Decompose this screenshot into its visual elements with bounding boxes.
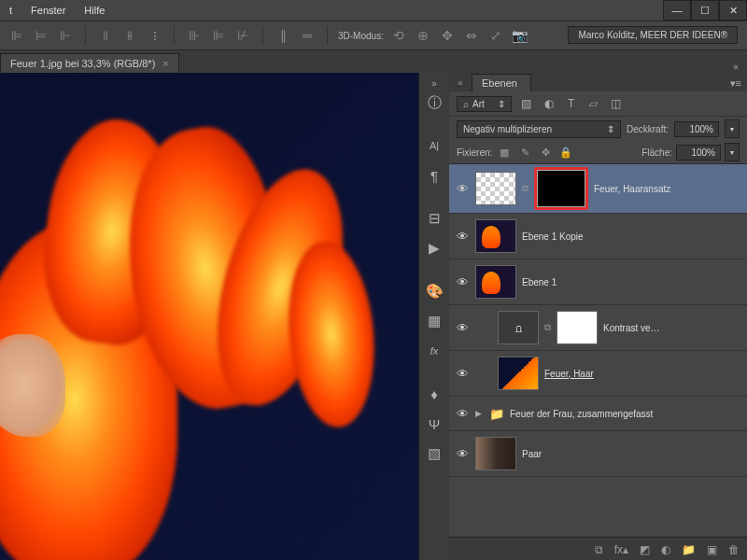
lock-transparency-icon[interactable]: ▩ xyxy=(496,145,513,160)
align-icon[interactable]: ⊩ xyxy=(56,26,75,45)
layers-panel-icon[interactable]: ▧ xyxy=(421,441,447,467)
layer-name[interactable]: Ebene 1 xyxy=(522,277,557,287)
spacing-icon[interactable]: ═ xyxy=(298,26,317,45)
layer-thumbnail[interactable] xyxy=(475,265,516,299)
fx-panel-icon[interactable]: fx xyxy=(421,338,447,364)
visibility-icon[interactable]: 👁 xyxy=(455,182,470,196)
layer-name[interactable]: Ebene 1 Kopie xyxy=(522,231,584,242)
layer-row[interactable]: 👁 Ebene 1 Kopie xyxy=(449,214,747,259)
visibility-icon[interactable]: 👁 xyxy=(455,447,470,461)
menu-bar: t Fenster Hilfe xyxy=(0,0,747,21)
visibility-icon[interactable]: 👁 xyxy=(455,407,470,421)
opacity-dropdown-icon[interactable]: ▾ xyxy=(725,119,740,138)
menu-truncated[interactable]: t xyxy=(9,5,12,16)
filter-image-icon[interactable]: ▨ xyxy=(519,97,534,110)
layer-row[interactable]: 👁 ⧉ Feuer, Haaransatz xyxy=(449,164,747,214)
info-panel-icon[interactable]: ⓘ xyxy=(421,90,447,116)
layer-filter-select[interactable]: ⌕Art⇕ xyxy=(457,96,512,112)
layers-tab[interactable]: Ebenen xyxy=(472,74,531,91)
layer-thumbnail[interactable] xyxy=(475,172,516,205)
3d-camera-icon[interactable]: 📷 xyxy=(511,26,529,45)
fill-value[interactable]: 100% xyxy=(676,145,721,161)
tabs-collapse-icon[interactable]: « xyxy=(728,60,743,73)
distribute-icon[interactable]: ⊫ xyxy=(209,26,228,45)
filter-adjustment-icon[interactable]: ◐ xyxy=(542,97,557,110)
character-panel-icon[interactable]: A| xyxy=(421,133,447,159)
group-expand-icon[interactable]: ▶ xyxy=(475,409,482,418)
add-adjustment-icon[interactable]: ◐ xyxy=(661,543,670,556)
styles-panel-icon[interactable]: ⊟ xyxy=(421,205,447,231)
layer-name[interactable]: Paar xyxy=(522,449,542,459)
panel-collapse-icon[interactable]: « xyxy=(449,76,472,89)
layer-mask-thumbnail[interactable] xyxy=(557,311,598,344)
3d-roll-icon[interactable]: ⊕ xyxy=(414,26,432,45)
adjustment-curves-icon[interactable]: ⩍ xyxy=(498,311,539,344)
layer-name[interactable]: Feuer der Frau, zusammengefasst xyxy=(510,409,653,419)
opacity-value[interactable]: 100% xyxy=(674,121,719,137)
distribute-icon[interactable]: ⫵ xyxy=(120,26,139,45)
layer-name[interactable]: Feuer, Haaransatz xyxy=(594,184,670,194)
navigator-panel-icon[interactable]: ♦ xyxy=(421,381,447,407)
distribute-icon[interactable]: ⊬ xyxy=(233,26,252,45)
3d-scale-icon[interactable]: ⤢ xyxy=(486,26,505,45)
menu-hilfe[interactable]: Hilfe xyxy=(84,5,105,16)
layer-row[interactable]: 👁 Feuer, Haar xyxy=(449,351,747,397)
blend-mode-select[interactable]: Negativ multiplizieren⇕ xyxy=(457,120,621,138)
new-group-icon[interactable]: 📁 xyxy=(682,543,696,556)
fill-dropdown-icon[interactable]: ▾ xyxy=(725,143,740,161)
filter-type-icon[interactable]: T xyxy=(564,97,579,110)
new-layer-icon[interactable]: ▣ xyxy=(707,543,717,556)
link-icon[interactable]: ⧉ xyxy=(522,183,529,194)
delete-layer-icon[interactable]: 🗑 xyxy=(728,543,740,556)
menu-fenster[interactable]: Fenster xyxy=(31,5,65,16)
layer-row[interactable]: 👁 Paar xyxy=(449,431,747,477)
add-mask-icon[interactable]: ◩ xyxy=(640,543,650,556)
align-icon[interactable]: ⊫ xyxy=(7,26,26,45)
panel-menu-icon[interactable]: ▾≡ xyxy=(725,76,747,91)
actions-panel-icon[interactable]: ▶ xyxy=(421,235,447,261)
canvas[interactable] xyxy=(0,73,418,560)
link-layers-icon[interactable]: ⧉ xyxy=(595,543,603,556)
layer-row[interactable]: 👁 Ebene 1 xyxy=(449,259,747,305)
layer-fx-icon[interactable]: fx▴ xyxy=(614,543,628,556)
link-icon[interactable]: ⧉ xyxy=(544,322,551,333)
distribute-icon[interactable]: ⫴ xyxy=(96,26,115,45)
layers-panel: « Ebenen ▾≡ ⌕Art⇕ ▨ ◐ T ▱ ◫ Negativ mult… xyxy=(449,73,747,560)
minimize-button[interactable]: — xyxy=(663,0,691,21)
3d-panel-icon[interactable]: Ψ xyxy=(421,411,447,437)
layer-thumbnail[interactable] xyxy=(498,357,539,390)
visibility-icon[interactable]: 👁 xyxy=(455,367,470,381)
window-controls: — ☐ ✕ xyxy=(663,0,747,21)
spacing-icon[interactable]: ‖ xyxy=(274,26,292,45)
tab-close-icon[interactable]: × xyxy=(162,58,168,69)
visibility-icon[interactable]: 👁 xyxy=(455,230,470,244)
document-tab[interactable]: Feuer 1.jpg bei 33,3% (RGB/8*) × xyxy=(0,53,179,73)
align-icon[interactable]: ⊨ xyxy=(32,26,50,45)
filter-smart-icon[interactable]: ◫ xyxy=(609,97,624,110)
layer-name[interactable]: Feuer, Haar xyxy=(544,369,594,379)
layer-row[interactable]: 👁 ⩍ ⧉ Kontrast ve… xyxy=(449,305,747,351)
visibility-icon[interactable]: 👁 xyxy=(455,275,470,289)
layer-mask-highlighted[interactable] xyxy=(534,167,588,210)
3d-pan-icon[interactable]: ✥ xyxy=(438,26,457,45)
distribute-icon[interactable]: ⫶ xyxy=(145,26,163,45)
lock-all-icon[interactable]: 🔒 xyxy=(557,145,574,160)
layer-group-row[interactable]: 👁 ▶ 📁 Feuer der Frau, zusammengefasst xyxy=(449,397,747,431)
layer-thumbnail[interactable] xyxy=(475,437,516,470)
maximize-button[interactable]: ☐ xyxy=(691,0,719,21)
paragraph-panel-icon[interactable]: ¶ xyxy=(421,162,447,189)
swatches-panel-icon[interactable]: ▦ xyxy=(421,308,447,334)
layer-thumbnail[interactable] xyxy=(475,219,516,253)
color-panel-icon[interactable]: 🎨 xyxy=(421,278,447,304)
3d-slide-icon[interactable]: ⇔ xyxy=(462,26,481,45)
visibility-icon[interactable]: 👁 xyxy=(455,321,470,335)
distribute-icon[interactable]: ⊪ xyxy=(185,26,204,45)
close-button[interactable]: ✕ xyxy=(719,0,747,21)
layer-name[interactable]: Kontrast ve… xyxy=(603,323,660,333)
document-tab-bar: Feuer 1.jpg bei 33,3% (RGB/8*) × « xyxy=(0,50,747,73)
filter-shape-icon[interactable]: ▱ xyxy=(586,97,601,110)
lock-position-icon[interactable]: ✥ xyxy=(537,145,554,160)
column-collapse-icon[interactable]: » xyxy=(427,77,442,90)
3d-orbit-icon[interactable]: ⟲ xyxy=(389,26,408,45)
lock-paint-icon[interactable]: ✎ xyxy=(516,145,533,160)
